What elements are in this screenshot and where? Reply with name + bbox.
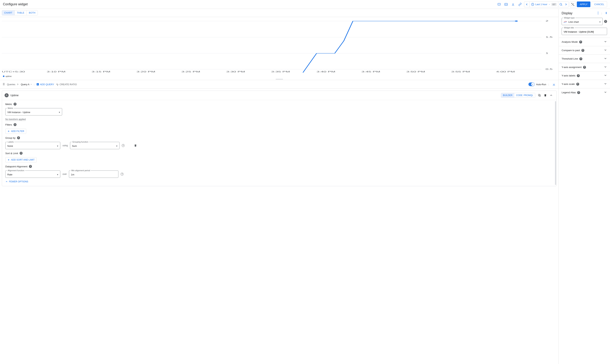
alignment-period-input[interactable]: Min alignment period 1m — [69, 170, 118, 178]
svg-text:2: 2 — [545, 20, 548, 22]
alignment-fn-select[interactable]: Alignment function Rate ▾ — [5, 170, 60, 178]
widget-title-input[interactable]: Widget title — [562, 28, 607, 35]
legend-dot-icon — [3, 76, 4, 77]
tab-chart[interactable]: CHART — [2, 11, 15, 15]
create-ratio-button[interactable]: CREATE RATIO — [56, 83, 77, 86]
chart-legend: uptime — [2, 74, 557, 78]
builder-tab[interactable]: BUILDER — [501, 93, 514, 98]
code-icon[interactable] — [503, 1, 509, 7]
help-icon[interactable]: ? — [581, 49, 584, 52]
query-bar: Queries Query A | ADD QUERY CREATE RATIO — [0, 80, 558, 89]
svg-text:UTC+5:30: UTC+5:30 — [2, 71, 25, 73]
svg-text:3:55 PM: 3:55 PM — [451, 71, 470, 73]
help-icon[interactable]: ? — [579, 57, 582, 60]
accordion-yaxis-labels[interactable]: Y-axis labels? — [559, 71, 610, 80]
line-chart-icon — [564, 21, 567, 23]
dropdown-arrow-icon: ▾ — [57, 173, 58, 176]
help-icon[interactable]: ? — [20, 152, 23, 155]
time-range-label: Last 1 hour — [535, 3, 547, 6]
help-icon[interactable]: ? — [604, 20, 607, 23]
over-label: over — [63, 173, 67, 175]
svg-text:3:20 PM: 3:20 PM — [137, 71, 155, 73]
code-tab[interactable]: CODE: PROMQL — [514, 93, 535, 98]
chevron-down-icon — [604, 40, 607, 44]
svg-text:3:45 PM: 3:45 PM — [362, 71, 380, 73]
dropdown-arrow-icon: ▾ — [57, 145, 58, 147]
no-transform-link[interactable]: No transform applied — [5, 118, 553, 121]
collapse-panel-icon[interactable] — [604, 11, 607, 15]
accordion-analysis-mode[interactable]: Analysis Mode? — [559, 38, 610, 46]
metric-select[interactable]: Metric VM Instance - Uptime ▾ — [5, 108, 62, 116]
help-icon[interactable]: ? — [17, 136, 20, 139]
dropdown-arrow-icon: ▾ — [59, 111, 60, 114]
time-prev-icon[interactable] — [524, 2, 529, 7]
help-icon[interactable]: ? — [121, 173, 124, 176]
fewer-options-button[interactable]: FEWER OPTIONS — [5, 180, 28, 183]
collapse-icon[interactable] — [548, 92, 554, 98]
svg-text:3:40 PM: 3:40 PM — [317, 71, 335, 73]
time-zoom-icon[interactable] — [558, 2, 563, 7]
auto-run-label: Auto-Run — [536, 83, 546, 86]
grouping-fn-select[interactable]: Grouping function Sum ▾ — [70, 142, 119, 149]
resize-handle[interactable] — [276, 79, 283, 79]
svg-text:3:25 PM: 3:25 PM — [182, 71, 200, 73]
svg-text:3:35 PM: 3:35 PM — [271, 71, 290, 73]
tab-both[interactable]: BOTH — [27, 11, 38, 15]
delete-icon[interactable] — [543, 92, 548, 98]
groupby-section-label: Group by ? — [5, 136, 553, 139]
apply-button[interactable]: APPLY — [577, 1, 590, 7]
labels-select[interactable]: Labels None ▾ — [5, 142, 60, 149]
add-sort-button[interactable]: ADD SORT AND LIMIT — [5, 157, 37, 162]
accordion-yaxis-scale[interactable]: Y-axis scale? — [559, 80, 610, 88]
help-icon[interactable]: ? — [576, 83, 579, 86]
svg-text:4:00 PM: 4:00 PM — [496, 71, 515, 73]
page-title: Configure widget — [3, 2, 28, 6]
collapse-all-icon[interactable] — [551, 82, 557, 87]
link-icon[interactable] — [517, 1, 523, 7]
accordion-yaxis-assign[interactable]: Y-axis assignment? — [559, 63, 610, 71]
time-range-selector[interactable]: Last 1 hour IST — [529, 2, 558, 7]
help-icon[interactable]: ? — [13, 103, 16, 105]
add-filter-button[interactable]: ADD FILTER — [5, 129, 26, 134]
timezone-badge: IST — [551, 3, 557, 6]
query-card: A Uptime BUILDER CODE: PROMQL — [2, 91, 557, 186]
delete-groupby-icon[interactable] — [133, 143, 138, 148]
cancel-button[interactable]: CANCEL — [592, 1, 607, 7]
sort-section-label: Sort & Limit ? — [5, 152, 553, 155]
expand-vert-icon[interactable] — [597, 12, 599, 15]
svg-text:3:10 PM: 3:10 PM — [47, 71, 65, 73]
view-tabs: CHART TABLE BOTH — [0, 9, 558, 17]
tab-table[interactable]: TABLE — [15, 11, 26, 15]
widget-type-select[interactable]: Widget type Line chart ▾ — [562, 18, 603, 25]
time-next-icon[interactable] — [563, 2, 569, 7]
list-icon — [2, 82, 5, 86]
queries-breadcrumb[interactable]: Queries — [7, 83, 19, 86]
time-nav: Last 1 hour IST — [524, 1, 569, 7]
help-icon[interactable]: ? — [577, 91, 580, 94]
help-icon[interactable]: ? — [13, 123, 16, 126]
accordion-legend-alias[interactable]: Legend Alias? — [559, 88, 610, 97]
auto-run-toggle[interactable] — [528, 82, 535, 86]
help-icon[interactable]: ? — [29, 165, 32, 168]
help-icon[interactable]: ? — [577, 74, 580, 77]
expand-icon[interactable] — [570, 1, 576, 7]
dropdown-arrow-icon: ▾ — [116, 145, 117, 147]
alignment-section-label: Datapoint Alignment ? — [5, 165, 553, 168]
metric-section-label: Metric ? — [5, 103, 553, 105]
topbar: Configure widget Last 1 hour IST APPLY C… — [0, 0, 610, 9]
help-icon[interactable]: ? — [579, 40, 582, 43]
help-icon[interactable]: ? — [122, 144, 125, 147]
feedback-icon[interactable] — [496, 1, 502, 7]
chevron-down-icon — [604, 74, 607, 78]
download-icon[interactable] — [510, 1, 516, 7]
accordion-threshold[interactable]: Threshold Line? — [559, 54, 610, 63]
accordion-compare-past[interactable]: Compare to past? — [559, 46, 610, 54]
add-query-button[interactable]: ADD QUERY — [36, 83, 54, 86]
current-query-selector[interactable]: Query A — [21, 83, 32, 86]
chart-area: 2 1.5 1 0.5 UTC+5:30 3:10 PM 3:15 PM 3:2… — [0, 17, 558, 80]
display-panel: Display | Widget type Line chart ▾ ? Wid… — [559, 9, 610, 364]
help-icon[interactable]: ? — [583, 66, 586, 69]
svg-text:3:30 PM: 3:30 PM — [226, 71, 245, 73]
widget-title-field[interactable] — [564, 30, 605, 33]
copy-icon[interactable] — [537, 92, 542, 98]
